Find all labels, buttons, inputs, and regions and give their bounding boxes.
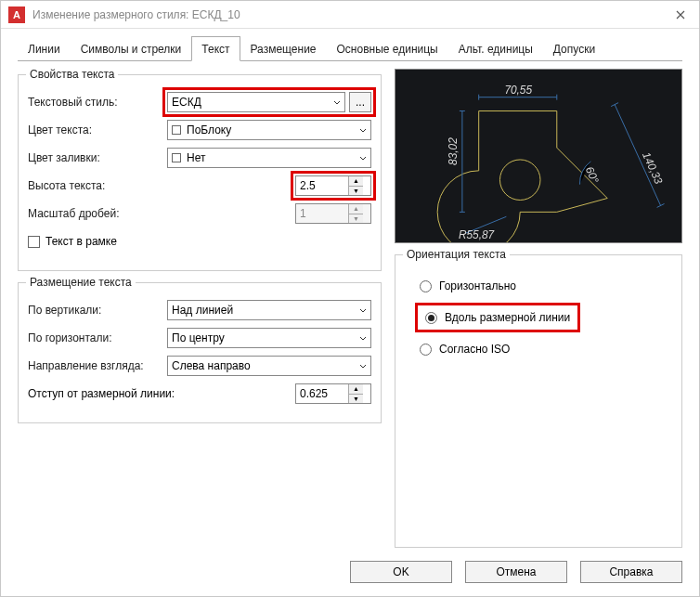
- combo-horizontal[interactable]: По центру: [167, 328, 371, 348]
- spinner-frac-scale: ▲▼: [295, 203, 371, 224]
- checkbox-box-icon: [28, 236, 40, 248]
- tab-alt-units[interactable]: Альт. единицы: [448, 36, 543, 61]
- radio-aligned[interactable]: Вдоль размерной линии: [425, 311, 570, 324]
- radio-icon: [425, 312, 437, 324]
- color-swatch-icon: [172, 125, 181, 135]
- text-style-browse-button[interactable]: ...: [349, 92, 371, 112]
- right-column: 70,55 83,02 140,33 R55,87 60° Ориентация…: [395, 69, 682, 548]
- close-button[interactable]: [662, 1, 699, 29]
- spinner-buttons: ▲▼: [348, 204, 363, 223]
- radio-icon: [420, 344, 432, 356]
- cancel-button[interactable]: Отмена: [465, 561, 567, 583]
- input-frac-scale: [296, 204, 348, 223]
- group-text-placement: Размещение текста По вертикали: Над лини…: [18, 282, 382, 423]
- svg-point-0: [499, 160, 540, 201]
- spinner-offset[interactable]: ▲▼: [295, 383, 371, 404]
- label-text-height: Высота текста:: [28, 179, 167, 192]
- label-frac-scale: Масштаб дробей:: [28, 207, 167, 220]
- svg-text:60°: 60°: [583, 164, 602, 185]
- tab-fit[interactable]: Размещение: [240, 36, 327, 61]
- input-text-height[interactable]: [296, 176, 348, 195]
- tab-body: Свойства текста Текстовый стиль: ЕСКД ..…: [18, 61, 682, 548]
- label-horizontal: По горизонтали:: [28, 331, 167, 344]
- spinner-text-height[interactable]: ▲▼: [295, 175, 371, 196]
- ok-button[interactable]: OK: [350, 561, 452, 583]
- combo-text-color[interactable]: ПоБлоку: [167, 120, 371, 140]
- combo-text-color-value: ПоБлоку: [187, 123, 231, 136]
- label-text-color: Цвет текста:: [28, 123, 167, 136]
- radio-aligned-label: Вдоль размерной линии: [445, 311, 570, 324]
- radio-icon: [420, 280, 432, 292]
- combo-fill-color[interactable]: Нет: [167, 148, 371, 168]
- group-text-orientation: Ориентация текста Горизонтально Вдоль ра…: [395, 254, 682, 548]
- combo-text-style[interactable]: ЕСКД: [167, 92, 345, 112]
- tab-symbols[interactable]: Символы и стрелки: [71, 36, 192, 61]
- svg-text:R55,87: R55,87: [459, 228, 495, 241]
- spinner-buttons[interactable]: ▲▼: [348, 384, 363, 403]
- tab-text[interactable]: Текст: [191, 36, 240, 61]
- titlebar: A Изменение размерного стиля: ЕСКД_10: [1, 1, 699, 29]
- radio-iso-label: Согласно ISO: [439, 343, 510, 356]
- combo-fill-color-value: Нет: [187, 151, 205, 164]
- checkbox-text-frame-label: Текст в рамке: [45, 235, 117, 248]
- combo-view-direction-value: Слева направо: [172, 359, 251, 372]
- preview-drawing-icon: 70,55 83,02 140,33 R55,87 60°: [395, 70, 681, 242]
- chevron-down-icon: [359, 331, 367, 344]
- label-text-style: Текстовый стиль:: [28, 96, 167, 109]
- tab-primary-units[interactable]: Основные единицы: [327, 36, 448, 61]
- radio-horizontal[interactable]: Горизонтально: [420, 279, 672, 292]
- group-text-properties: Свойства текста Текстовый стиль: ЕСКД ..…: [18, 74, 382, 271]
- chevron-down-icon: [359, 359, 367, 372]
- window-title: Изменение размерного стиля: ЕСКД_10: [32, 8, 662, 21]
- svg-text:70,55: 70,55: [504, 84, 532, 97]
- left-column: Свойства текста Текстовый стиль: ЕСКД ..…: [18, 69, 382, 548]
- spinner-buttons[interactable]: ▲▼: [348, 176, 363, 195]
- chevron-down-icon: [359, 304, 367, 317]
- label-view-direction: Направление взгляда:: [28, 359, 167, 372]
- radio-iso[interactable]: Согласно ISO: [420, 343, 672, 356]
- chevron-down-icon: [359, 123, 367, 136]
- legend-orientation: Ориентация текста: [403, 248, 510, 261]
- label-fill-color: Цвет заливки:: [28, 151, 167, 164]
- combo-vertical[interactable]: Над линией: [167, 300, 371, 320]
- dimension-preview: 70,55 83,02 140,33 R55,87 60°: [395, 69, 682, 243]
- combo-vertical-value: Над линией: [172, 304, 233, 317]
- chevron-down-icon: [359, 151, 367, 164]
- legend-placement: Размещение текста: [26, 276, 136, 289]
- label-offset: Отступ от размерной линии:: [28, 387, 295, 400]
- tab-strip: Линии Символы и стрелки Текст Размещение…: [18, 36, 682, 61]
- radio-horizontal-label: Горизонтально: [439, 279, 516, 292]
- close-icon: [676, 10, 685, 19]
- combo-text-style-value: ЕСКД: [172, 96, 201, 109]
- input-offset[interactable]: [296, 384, 348, 403]
- help-button[interactable]: Справка: [580, 561, 682, 583]
- svg-text:83,02: 83,02: [447, 137, 460, 165]
- label-vertical: По вертикали:: [28, 304, 167, 317]
- combo-horizontal-value: По центру: [172, 331, 225, 344]
- app-icon: A: [8, 6, 25, 23]
- dialog-window: A Изменение размерного стиля: ЕСКД_10 Ли…: [0, 0, 700, 597]
- dialog-footer: OK Отмена Справка: [1, 548, 699, 596]
- legend-text-props: Свойства текста: [26, 68, 118, 81]
- checkbox-text-frame[interactable]: Текст в рамке: [28, 235, 117, 248]
- color-swatch-icon: [172, 153, 181, 162]
- tab-tolerances[interactable]: Допуски: [543, 36, 605, 61]
- combo-view-direction[interactable]: Слева направо: [167, 356, 371, 376]
- chevron-down-icon: [333, 96, 341, 109]
- tab-lines[interactable]: Линии: [18, 36, 71, 61]
- content-area: Линии Символы и стрелки Текст Размещение…: [1, 29, 699, 548]
